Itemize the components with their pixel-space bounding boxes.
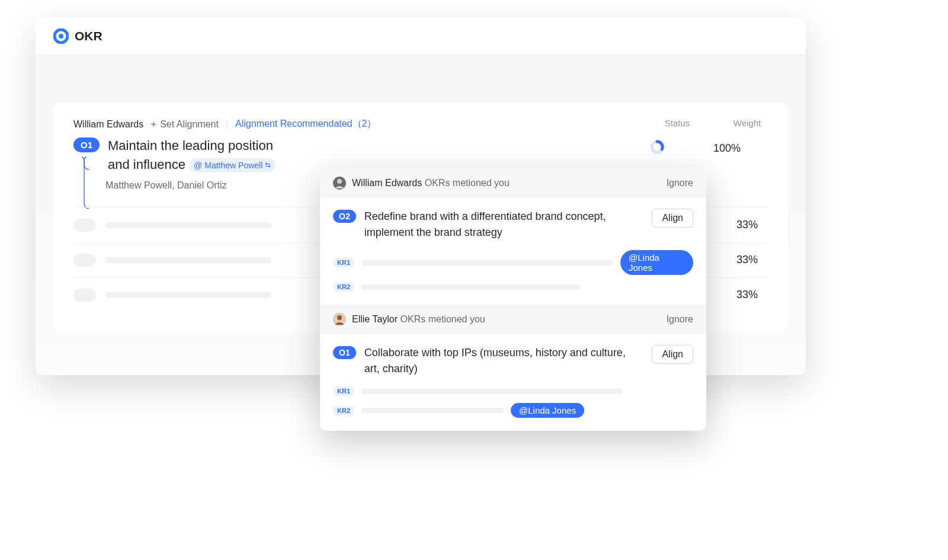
person-name[interactable]: Ellie Taylor xyxy=(352,314,398,324)
alignment-recommended-popover: William Edwards OKRs metioned you Ignore… xyxy=(320,168,706,431)
objective-title[interactable]: Maintain the leading position and influe… xyxy=(108,136,276,174)
mention-suffix: OKRs metioned you xyxy=(401,314,485,324)
mention-pill[interactable]: @Linda Jones xyxy=(620,250,693,275)
ignore-button[interactable]: Ignore xyxy=(667,178,693,188)
svg-point-2 xyxy=(82,156,86,158)
svg-point-8 xyxy=(337,179,342,184)
at-symbol: @ xyxy=(194,159,202,171)
kr-placeholder-bar xyxy=(105,257,271,263)
app-window: OKR Status Weight William Edwards + Set … xyxy=(36,18,806,375)
popover-section-body: O2 Redefine brand with a differentiated … xyxy=(320,198,706,305)
kr-placeholder-bar xyxy=(361,284,581,290)
kr-placeholder-pill xyxy=(73,254,96,267)
person-avatar[interactable] xyxy=(333,313,346,326)
kr-placeholder-pill xyxy=(73,289,96,302)
kr-placeholder-bar xyxy=(361,389,622,394)
mention-name: Matthew Powell xyxy=(204,159,262,171)
person-name[interactable]: William Edwards xyxy=(352,178,422,188)
popover-section-header: William Edwards OKRs metioned you Ignore xyxy=(320,168,706,198)
kr-badge: KR1 xyxy=(333,386,354,396)
kr-badge: KR2 xyxy=(333,406,354,415)
weight-header: Weight xyxy=(726,118,768,128)
app-header: OKR xyxy=(36,18,806,55)
app-title: OKR xyxy=(75,29,103,43)
kr-weight: 33% xyxy=(726,289,768,301)
objective-badge: O1 xyxy=(73,137,100,152)
objective-title-line1: Maintain the leading position xyxy=(108,138,273,153)
person-avatar[interactable] xyxy=(333,177,346,190)
mention-suffix: OKRs metioned you xyxy=(425,178,510,188)
popover-objective-title[interactable]: Redefine brand with a differentiated bra… xyxy=(364,209,644,241)
align-button[interactable]: Align xyxy=(652,345,693,364)
align-button[interactable]: Align xyxy=(652,209,693,228)
popover-section-body: O1 Collaborate with top IPs (museums, hi… xyxy=(320,334,706,431)
plus-icon: + xyxy=(150,119,156,130)
status-header: Status xyxy=(656,118,698,128)
popover-objective-title[interactable]: Collaborate with top IPs (museums, histo… xyxy=(364,345,644,377)
popover-kr-row: KR1 xyxy=(333,386,693,396)
set-alignment-button[interactable]: + Set Alignment xyxy=(150,119,219,130)
owner-name[interactable]: William Edwards xyxy=(73,119,143,130)
divider: | xyxy=(226,119,228,130)
objective-badge: O1 xyxy=(333,346,356,359)
mention-chip[interactable]: @Matthew Powell ⇆ xyxy=(189,158,276,172)
svg-point-10 xyxy=(337,315,342,320)
svg-point-1 xyxy=(59,34,63,39)
ignore-button[interactable]: Ignore xyxy=(667,314,693,325)
popover-section-header: Ellie Taylor OKRs metioned you Ignore xyxy=(320,305,706,334)
alignment-recommended-link[interactable]: Alignment Recommendated（2） xyxy=(235,118,376,130)
app-logo-icon xyxy=(53,28,69,44)
kr-badge: KR2 xyxy=(333,282,354,292)
objective-weight: 100% xyxy=(706,142,748,155)
kr-badge: KR1 xyxy=(333,258,354,267)
kr-weight: 33% xyxy=(726,219,768,231)
kr-placeholder-bar xyxy=(361,260,613,265)
column-headers: Status Weight xyxy=(656,118,768,128)
kr-placeholder-bar xyxy=(361,408,504,413)
kr-weight: 33% xyxy=(726,254,768,266)
set-alignment-label: Set Alignment xyxy=(160,119,219,130)
popover-kr-row: KR1 @Linda Jones xyxy=(333,250,693,275)
kr-placeholder-bar xyxy=(105,222,271,228)
kr-placeholder-bar xyxy=(105,292,271,298)
kr-placeholder-pill xyxy=(73,219,96,232)
objective-title-line2: and influence xyxy=(108,157,185,172)
mention-pill[interactable]: @Linda Jones xyxy=(511,403,584,418)
objective-badge: O2 xyxy=(333,210,356,223)
popover-kr-row: KR2 xyxy=(333,282,693,292)
link-icon: ⇆ xyxy=(265,160,271,170)
objective-status-icon xyxy=(636,140,678,156)
popover-kr-row: KR2 @Linda Jones xyxy=(333,403,693,418)
